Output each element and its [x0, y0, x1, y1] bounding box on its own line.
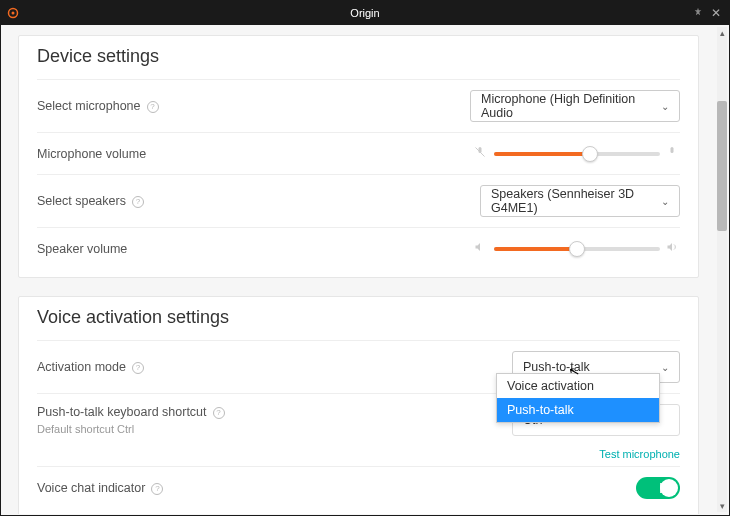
voice-chat-indicator-row: Voice chat indicator?	[37, 466, 680, 509]
microphone-volume-slider[interactable]	[474, 146, 680, 161]
test-microphone-link[interactable]: Test microphone	[599, 448, 680, 460]
voice-activation-heading: Voice activation settings	[37, 307, 680, 328]
mic-icon	[666, 146, 680, 161]
microphone-select[interactable]: Microphone (High Definition Audio ⌄	[470, 90, 680, 122]
help-icon[interactable]: ?	[132, 196, 144, 208]
chevron-down-icon: ⌄	[661, 101, 669, 112]
origin-logo-icon	[7, 7, 19, 19]
speaker-volume-row: Speaker volume	[37, 227, 680, 269]
push-to-talk-label: Push-to-talk keyboard shortcut?	[37, 405, 512, 419]
microphone-volume-label: Microphone volume	[37, 147, 474, 161]
select-speakers-label: Select speakers?	[37, 194, 480, 208]
window-title: Origin	[350, 7, 379, 19]
slider-fill	[494, 152, 590, 156]
voice-chat-indicator-toggle[interactable]	[636, 477, 680, 499]
microphone-volume-row: Microphone volume	[37, 132, 680, 174]
help-icon[interactable]: ?	[132, 362, 144, 374]
speakers-select[interactable]: Speakers (Sennheiser 3D G4ME1) ⌄	[480, 185, 680, 217]
close-icon[interactable]: ✕	[707, 6, 725, 20]
slider-fill	[494, 247, 577, 251]
content-area: Device settings Select microphone? Micro…	[2, 25, 715, 514]
speaker-volume-slider[interactable]	[474, 241, 680, 256]
app-window: Origin ✕ ▴ ▾ Device settings Select micr…	[0, 0, 730, 516]
speaker-volume-label: Speaker volume	[37, 242, 474, 256]
push-to-talk-sub: Default shortcut Ctrl	[37, 423, 512, 435]
slider-thumb[interactable]	[569, 241, 585, 257]
scrollbar-thumb[interactable]	[717, 101, 727, 231]
scrollbar-track[interactable]	[717, 27, 727, 512]
pin-icon[interactable]	[689, 6, 707, 20]
voice-chat-indicator-label: Voice chat indicator?	[37, 481, 636, 495]
svg-point-1	[12, 12, 15, 15]
toggle-knob	[660, 479, 678, 497]
help-icon[interactable]: ?	[147, 101, 159, 113]
help-icon[interactable]: ?	[151, 483, 163, 495]
mic-muted-icon	[474, 146, 488, 161]
select-speakers-row: Select speakers? Speakers (Sennheiser 3D…	[37, 174, 680, 227]
dropdown-option-push-to-talk[interactable]: Push-to-talk	[497, 398, 659, 422]
scroll-down-icon[interactable]: ▾	[717, 500, 727, 512]
microphone-select-value: Microphone (High Definition Audio	[481, 92, 651, 120]
select-microphone-row: Select microphone? Microphone (High Defi…	[37, 79, 680, 132]
volume-high-icon	[666, 241, 680, 256]
voice-activation-card: Voice activation settings Activation mod…	[18, 296, 699, 514]
help-icon[interactable]: ?	[213, 407, 225, 419]
chevron-down-icon: ⌄	[661, 362, 669, 373]
slider-track	[494, 152, 660, 156]
slider-track	[494, 247, 660, 251]
activation-mode-dropdown[interactable]: Voice activation Push-to-talk	[496, 373, 660, 423]
device-settings-heading: Device settings	[37, 46, 680, 67]
volume-low-icon	[474, 241, 488, 256]
title-bar: Origin ✕	[1, 1, 729, 25]
slider-thumb[interactable]	[582, 146, 598, 162]
activation-mode-label: Activation mode?	[37, 360, 512, 374]
scroll-up-icon[interactable]: ▴	[717, 27, 727, 39]
device-settings-card: Device settings Select microphone? Micro…	[18, 35, 699, 278]
speakers-select-value: Speakers (Sennheiser 3D G4ME1)	[491, 187, 651, 215]
chevron-down-icon: ⌄	[661, 196, 669, 207]
test-microphone-row: Test microphone	[37, 446, 680, 466]
select-microphone-label: Select microphone?	[37, 99, 470, 113]
